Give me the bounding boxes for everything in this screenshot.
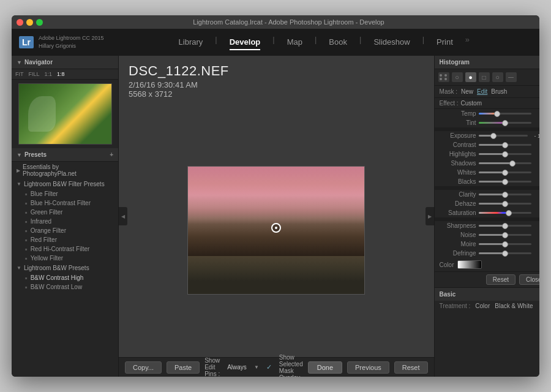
blacks-slider-track[interactable] [479,181,531,183]
preset-blue-hi-contrast[interactable]: Blue Hi-Contrast Filter [12,198,118,208]
eye-tool-icon[interactable]: — [506,72,517,82]
presets-list: ▶ Essentials by PhotographyPla.net ▼ Lig… [12,162,118,377]
adjust-tool-icon[interactable]: ● [465,72,476,82]
mask-new-button[interactable]: New [461,88,473,95]
close-local-button[interactable]: Close [519,274,539,285]
mask-brush-button[interactable]: Brush [491,88,507,95]
dehaze-value: 0 [534,201,539,207]
preset-red-filter[interactable]: Red Filter [12,235,118,244]
mask-pin[interactable] [271,223,281,233]
zoom-1-8[interactable]: 1:8 [57,71,65,77]
user-info: Adobe Lightroom CC 2015 Hillary Grigonis [39,34,104,50]
paste-button[interactable]: Paste [167,361,200,374]
preset-group-bw-filter-label: Lightroom B&W Filter Presets [24,181,105,187]
treatment-color[interactable]: Color [475,303,490,309]
reset-local-button[interactable]: Reset [486,274,515,285]
whites-slider-track[interactable] [479,172,531,173]
defringe-slider-track[interactable] [479,252,531,254]
reset-develop-button[interactable]: Reset [394,361,428,374]
nav-book[interactable]: Book [329,35,347,50]
contrast-slider-row: Contrast 0 [435,140,539,149]
nav-print[interactable]: Print [437,35,453,50]
sharpness-slider-track[interactable] [479,225,531,227]
zoom-1-1[interactable]: 1:1 [45,71,53,77]
show-overlay-label[interactable]: Show Selected Mask Overlay [279,354,303,377]
group-arrow-bw-filter: ▼ [17,181,21,187]
always-dropdown[interactable]: Always [227,364,247,371]
moire-slider-track[interactable] [479,243,531,245]
blacks-label: Blacks [440,178,476,185]
blacks-value: 0 [534,179,539,185]
preset-group-bw-filter[interactable]: ▼ Lightroom B&W Filter Presets [12,179,118,189]
group-arrow-bw-presets: ▼ [17,265,21,271]
tint-slider-track[interactable] [479,122,531,124]
image-dimensions: 5568 x 3712 [129,89,424,99]
maximize-window-button[interactable] [36,19,43,26]
exposure-slider-track[interactable] [479,135,528,137]
copy-button[interactable]: Copy... [125,361,162,374]
zoom-fill[interactable]: FILL [29,71,40,77]
image-date: 2/16/16 9:30:41 AM [129,80,424,89]
clarity-slider-row: Clarity 0 [435,190,539,199]
preset-blue-filter[interactable]: Blue Filter [12,189,118,198]
sharpness-label: Sharpness [440,222,476,229]
navigator-thumbnail[interactable] [18,83,112,145]
contrast-slider-track[interactable] [479,144,531,146]
shadows-slider-row: Shadows 28 [435,159,539,168]
nav-map[interactable]: Map [287,35,302,50]
done-button[interactable]: Done [308,361,342,374]
preset-infrared[interactable]: Infrared [12,217,118,226]
nav-slideshow[interactable]: Slideshow [373,35,410,50]
navigator-header: ▼ Navigator [12,56,118,69]
nav-links: Library | Develop | Map | Book | Slidesh… [116,35,532,50]
rect-tool-icon[interactable]: □ [479,72,490,82]
minimize-window-button[interactable] [26,19,33,26]
preset-yellow-filter[interactable]: Yellow Filter [12,254,118,263]
close-window-button[interactable] [17,19,23,26]
preset-red-hi-contrast[interactable]: Red Hi-Contrast Filter [12,244,118,254]
zoom-fit[interactable]: FIT [15,71,24,77]
collapse-right-panel-button[interactable]: ▶ [425,207,434,225]
nav-develop[interactable]: Develop [230,35,261,50]
shadows-slider-track[interactable] [479,162,531,164]
preset-green-filter[interactable]: Green Filter [12,208,118,217]
image-info: DSC_1122.NEF 2/16/16 9:30:41 AM 5568 x 3… [119,56,434,104]
show-overlay-check: ✓ [266,363,272,371]
grid-tool-icon[interactable] [438,72,449,82]
preset-bw-contrast-low[interactable]: B&W Contrast Low [12,282,118,292]
bottom-bar: Copy... Paste Show Edit Pins : Always ▼ … [119,357,434,377]
previous-button[interactable]: Previous [347,361,389,374]
saturation-slider-track[interactable] [479,212,531,214]
collapse-left-panel-button[interactable]: ◀ [119,207,127,225]
preset-bw-contrast-high[interactable]: B&W Contrast High [12,273,118,282]
temp-value: -43 [534,111,539,117]
clarity-slider-track[interactable] [479,194,531,195]
highlights-slider-track[interactable] [479,153,531,155]
photo-main[interactable] [187,166,365,295]
sharpness-slider-row: Sharpness 0 [435,221,539,230]
dehaze-slider-track[interactable] [479,203,531,205]
crop-tool-icon[interactable]: ○ [452,72,463,82]
preset-orange-filter[interactable]: Orange Filter [12,226,118,235]
preset-group-essentials[interactable]: ▶ Essentials by PhotographyPla.net [12,162,118,179]
image-canvas[interactable] [119,104,434,357]
color-row: Color [435,258,539,271]
group-arrow-essentials: ▶ [17,168,20,173]
temp-slider-track[interactable] [479,113,531,115]
circle-tool-icon[interactable]: ○ [492,72,503,82]
nav-library[interactable]: Library [179,35,203,50]
color-swatch[interactable] [457,260,482,269]
treatment-bw[interactable]: Black & White [495,303,533,309]
highlights-slider-row: Highlights 0 [435,149,539,159]
mask-edit-button[interactable]: Edit [477,88,487,95]
preset-group-bw-presets-label: Lightroom B&W Presets [24,265,89,271]
panel-footer-buttons: Reset Close [435,271,539,287]
treatment-label: Treatment : [440,303,471,309]
noise-slider-track[interactable] [479,234,531,236]
add-preset-button[interactable]: + [110,151,113,158]
main-layout: ▼ Navigator FIT FILL 1:1 1:8 ▼ Presets +… [12,56,539,377]
noise-value: 0 [534,232,539,238]
preset-group-bw-presets[interactable]: ▼ Lightroom B&W Presets [12,263,118,273]
tool-icons-row: ○ ● □ ○ — [435,69,539,86]
shadows-label: Shadows [440,160,476,167]
